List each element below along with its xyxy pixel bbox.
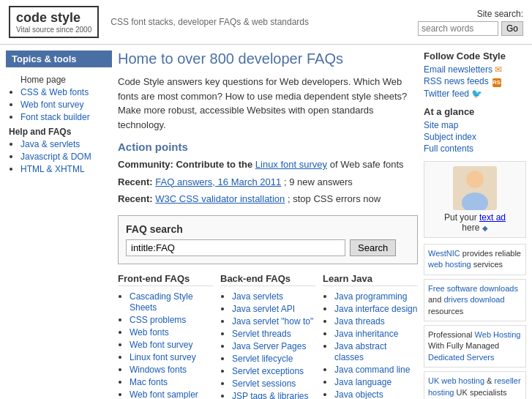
frontend-list: Cascading Style Sheets CSS problems Web … [118, 291, 213, 400]
list-item: Java interface design [334, 303, 418, 314]
list-item: Java language [334, 376, 418, 387]
main-layout: Topics & tools Home page CSS & Web fonts… [0, 45, 532, 399]
list-item: Java objects [334, 389, 418, 400]
drivers-link[interactable]: drivers download [443, 295, 504, 304]
baby-image [453, 166, 497, 210]
faq-search-row: Search [126, 239, 410, 256]
rss-icon: RSS [492, 78, 501, 87]
envelope-icon: ✉ [495, 64, 502, 75]
sidebar-item-java[interactable]: Java & servlets [20, 138, 109, 149]
faq-columns: Front-end FAQs Cascading Style Sheets CS… [118, 273, 418, 400]
sidebar-nav: Home page CSS & Web fonts Web font surve… [6, 72, 112, 179]
list-item: Web font survey [130, 339, 213, 350]
w3c-validator-link[interactable]: W3C CSS validator installation [155, 193, 285, 204]
list-item: Servlet lifecycle [232, 353, 315, 364]
full-contents-link[interactable]: Full contents [424, 143, 526, 154]
faq-search-input[interactable] [126, 239, 345, 256]
list-item: JSP tags & libraries [232, 390, 315, 400]
backend-faq-column: Back-end FAQs Java servlets Java servlet… [220, 273, 315, 400]
logo: code style Vital source since 2000 [9, 6, 99, 38]
list-item: Windows fonts [130, 364, 213, 375]
at-glance-section: At a glance Site map Subject index Full … [424, 106, 526, 154]
dedicated-servers-link[interactable]: Dedicated Servers [428, 353, 495, 362]
logo-subtitle: Vital source since 2000 [16, 26, 91, 34]
recent2-line: Recent: W3C CSS validator installation ;… [118, 192, 418, 206]
linux-font-survey-link[interactable]: Linux font survey [255, 159, 327, 170]
header-tagline: CSS font stacks, developer FAQs & web st… [110, 17, 418, 27]
site-map-link[interactable]: Site map [424, 120, 526, 130]
westnc-link[interactable]: WestNIC [428, 249, 460, 258]
diamond-icon: ◆ [482, 224, 488, 232]
intro-text: Code Style answers key questions for Web… [118, 75, 418, 132]
list-item: Servlet threads [232, 328, 315, 339]
follow-section: Follow Code Style Email newsletters ✉ RS… [424, 51, 526, 99]
list-item: Java programming [334, 291, 418, 302]
sidebar-item-css-webfonts[interactable]: CSS & Web fonts [20, 86, 109, 97]
twitter-feed-link[interactable]: Twitter feed 🐦 [424, 89, 526, 99]
ad-box-3: Professional Web Hosting With Fully Mana… [424, 325, 526, 368]
main-content: Home to over 800 developer FAQs Code Sty… [118, 51, 418, 399]
right-sidebar: Follow Code Style Email newsletters ✉ RS… [424, 51, 526, 399]
free-downloads-link[interactable]: Free software downloads [428, 284, 518, 293]
action-points-heading: Action points [118, 141, 418, 153]
text-ad-link[interactable]: text ad [479, 212, 506, 223]
svg-point-3 [469, 174, 481, 185]
site-search-label: Site search: [418, 9, 523, 19]
list-item: Web font sampler [130, 389, 213, 400]
sidebar-item-home: Home page [20, 75, 109, 85]
site-search-row: Go [418, 21, 523, 36]
list-item: Java abstract classes [334, 340, 418, 362]
list-item: Java servlets [232, 291, 315, 302]
java-faq-column: Learn Java Java programming Java interfa… [323, 273, 418, 400]
list-item: Linux font survey [130, 351, 213, 362]
web-hosting-link-2[interactable]: Web Hosting [475, 330, 521, 339]
java-list: Java programming Java interface design J… [323, 291, 418, 400]
site-search-go-button[interactable]: Go [501, 21, 523, 36]
sidebar-item-javascript[interactable]: Javascript & DOM [20, 151, 109, 162]
sidebar-item-html[interactable]: HTML & XHTML [20, 163, 109, 174]
list-item: Java Server Pages [232, 340, 315, 351]
recent1-line: Recent: FAQ answers, 16 March 2011 ; 9 n… [118, 175, 418, 190]
ad-box-2: Free software downloads and drivers down… [424, 279, 526, 321]
uk-hosting-link[interactable]: UK web hosting [428, 376, 484, 385]
sidebar-help-label: Help and FAQs [9, 127, 109, 137]
site-search-input[interactable] [418, 21, 498, 36]
frontend-faq-column: Front-end FAQs Cascading Style Sheets CS… [118, 273, 213, 400]
list-item: Servlet exceptions [232, 365, 315, 376]
sidebar-item-webfont-survey[interactable]: Web font survey [20, 99, 109, 110]
sidebar-topics-heading: Topics & tools [6, 51, 112, 67]
baby-ad-box: Put your text ad here ◆ [424, 161, 526, 238]
ad-box-4: UK web hosting & reseller hosting UK spe… [424, 371, 526, 399]
twitter-icon: 🐦 [471, 89, 482, 99]
list-item: CSS problems [130, 314, 213, 325]
sidebar: Topics & tools Home page CSS & Web fonts… [6, 51, 112, 399]
header: code style Vital source since 2000 CSS f… [0, 0, 532, 45]
list-item: Java servlet "how to" [232, 316, 315, 327]
list-item: Mac fonts [130, 376, 213, 387]
list-item: Web fonts [130, 327, 213, 338]
faq-search-heading: FAQ search [126, 223, 410, 235]
web-hosting-link-1[interactable]: web hosting [428, 260, 471, 269]
faq-search-button[interactable]: Search [350, 239, 396, 256]
java-heading: Learn Java [323, 273, 418, 286]
list-item: Servlet sessions [232, 378, 315, 389]
backend-list: Java servlets Java servlet API Java serv… [220, 291, 315, 400]
backend-heading: Back-end FAQs [220, 273, 315, 286]
at-glance-heading: At a glance [424, 106, 526, 117]
action-points: Action points Community: Contribute to t… [118, 141, 418, 206]
rss-feeds-link[interactable]: RSS news feeds RSS [424, 76, 526, 87]
community-line: Community: Contribute to the Linux font … [118, 157, 418, 172]
faq-search-box: FAQ search Search [118, 215, 418, 264]
frontend-heading: Front-end FAQs [118, 273, 213, 286]
subject-index-link[interactable]: Subject index [424, 132, 526, 142]
list-item: Java inheritance [334, 328, 418, 339]
list-item: Java command line [334, 364, 418, 375]
logo-title: code style [16, 10, 91, 26]
page-title: Home to over 800 developer FAQs [118, 51, 418, 67]
site-search-area: Site search: Go [418, 9, 523, 36]
list-item: Java servlet API [232, 303, 315, 314]
faq-answers-link[interactable]: FAQ answers, 16 March 2011 [155, 176, 281, 187]
sidebar-item-font-stack[interactable]: Font stack builder [20, 111, 109, 122]
follow-heading: Follow Code Style [424, 51, 526, 61]
email-newsletters-link[interactable]: Email newsletters ✉ [424, 64, 526, 75]
